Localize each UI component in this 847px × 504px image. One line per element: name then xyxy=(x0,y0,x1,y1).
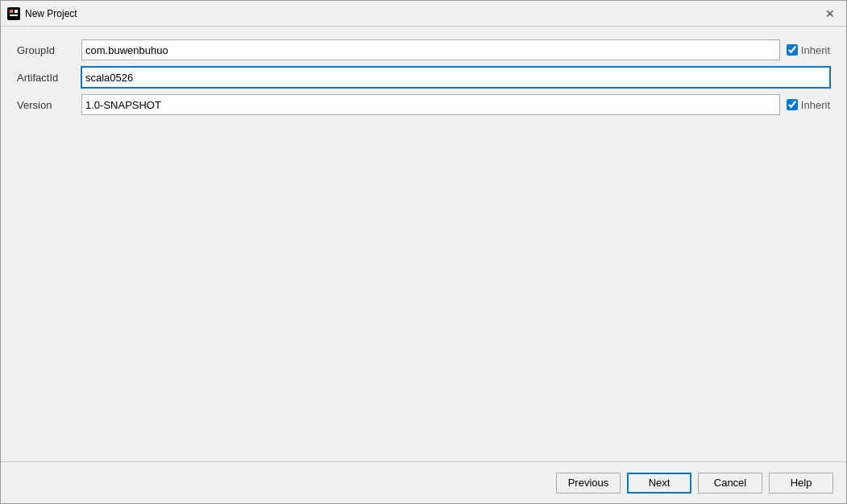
svg-rect-2 xyxy=(10,14,18,16)
dialog-footer: Previous Next Cancel Help xyxy=(1,461,846,503)
version-row: Version Inherit xyxy=(17,94,830,115)
cancel-button[interactable]: Cancel xyxy=(698,473,762,494)
groupid-row: GroupId Inherit xyxy=(17,39,830,60)
groupid-inherit-container: Inherit xyxy=(787,44,830,56)
dialog-content: GroupId Inherit ArtifactId Version Inher… xyxy=(1,27,846,461)
svg-rect-3 xyxy=(15,10,18,13)
help-button[interactable]: Help xyxy=(769,473,833,494)
version-label: Version xyxy=(17,99,81,111)
new-project-dialog: New Project ✕ GroupId Inherit ArtifactId… xyxy=(0,0,847,504)
groupid-inherit-label: Inherit xyxy=(801,44,830,56)
version-inherit-label: Inherit xyxy=(801,99,830,111)
svg-rect-0 xyxy=(7,7,20,20)
app-icon xyxy=(7,7,20,20)
groupid-inherit-checkbox[interactable] xyxy=(787,44,798,56)
artifactid-input[interactable] xyxy=(81,67,830,88)
next-button[interactable]: Next xyxy=(627,473,691,494)
version-inherit-checkbox[interactable] xyxy=(787,99,798,110)
version-inherit-container: Inherit xyxy=(787,99,830,111)
groupid-input[interactable] xyxy=(81,39,780,60)
groupid-label: GroupId xyxy=(17,44,81,56)
previous-button[interactable]: Previous xyxy=(556,473,621,494)
close-button[interactable]: ✕ xyxy=(820,4,840,23)
dialog-title: New Project xyxy=(25,8,820,19)
title-bar: New Project ✕ xyxy=(1,1,846,27)
svg-rect-1 xyxy=(10,10,13,13)
artifactid-label: ArtifactId xyxy=(17,72,81,84)
artifactid-row: ArtifactId xyxy=(17,67,830,88)
version-input[interactable] xyxy=(81,94,780,115)
